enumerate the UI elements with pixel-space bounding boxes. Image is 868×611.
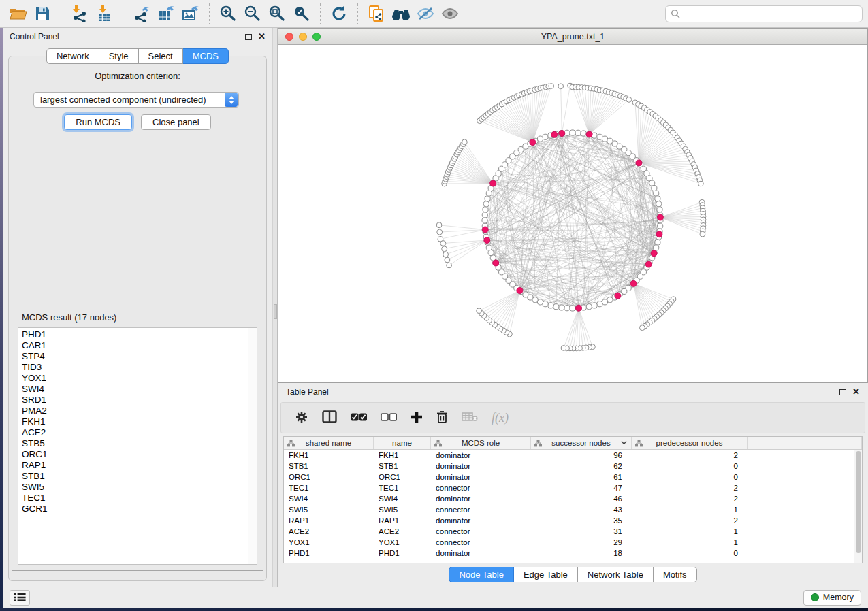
graph-node[interactable] — [654, 245, 659, 250]
clone-network-button[interactable] — [364, 2, 389, 25]
result-item[interactable]: STB5 — [22, 438, 248, 449]
float-table-panel-button[interactable] — [839, 389, 846, 395]
column-header-successor-nodes[interactable]: successor nodes — [531, 437, 632, 449]
result-item[interactable]: SWI5 — [22, 482, 248, 493]
graph-leaf-node[interactable] — [549, 84, 554, 89]
table-row[interactable]: FKH1FKH1dominator962 — [284, 450, 862, 461]
deselect-all-button[interactable] — [381, 413, 397, 423]
float-panel-button[interactable] — [245, 34, 252, 40]
graph-hub-node[interactable] — [651, 250, 657, 257]
tab-mcds[interactable]: MCDS — [183, 48, 229, 64]
graph-node[interactable] — [486, 191, 492, 196]
result-item[interactable]: PHD1 — [22, 329, 248, 340]
graph-hub-node[interactable] — [586, 131, 592, 137]
graph-node[interactable] — [482, 212, 487, 218]
graph-hub-node[interactable] — [657, 214, 663, 220]
graph-leaf-node[interactable] — [443, 252, 449, 257]
import-network-button[interactable] — [67, 2, 92, 25]
tab-select[interactable]: Select — [139, 48, 183, 64]
splitter-grip-icon[interactable] — [274, 304, 277, 319]
tab-node-table[interactable]: Node Table — [449, 567, 514, 582]
graph-hub-node[interactable] — [559, 131, 565, 137]
graph-node[interactable] — [592, 303, 597, 308]
graph-node[interactable] — [548, 303, 553, 308]
graph-node[interactable] — [570, 306, 575, 311]
result-item[interactable]: ORC1 — [22, 449, 248, 460]
graph-node[interactable] — [597, 301, 602, 307]
graph-hub-node[interactable] — [517, 288, 523, 294]
first-neighbors-button[interactable] — [389, 2, 413, 25]
tab-style[interactable]: Style — [99, 48, 139, 64]
table-row[interactable]: PHD1PHD1dominator180 — [284, 548, 862, 559]
graph-leaf-node[interactable] — [558, 84, 564, 89]
export-network-button[interactable] — [129, 2, 154, 25]
mcds-result-list[interactable]: PHD1CAR1STP4TID3YOX1SWI4SRD1PMA2FKH1ACE2… — [18, 327, 257, 565]
graph-node[interactable] — [570, 130, 575, 135]
add-column-button[interactable] — [411, 411, 423, 425]
export-table-button[interactable] — [154, 2, 178, 25]
tab-motifs[interactable]: Motifs — [654, 567, 697, 582]
graph-node[interactable] — [553, 304, 559, 310]
criterion-dropdown[interactable]: largest connected component (undirected) — [33, 92, 239, 108]
graph-hub-node[interactable] — [482, 227, 488, 233]
result-item[interactable]: GCR1 — [22, 503, 248, 514]
memory-button[interactable]: Memory — [803, 590, 861, 606]
graph-leaf-node[interactable] — [436, 222, 442, 228]
table-scrollbar[interactable] — [854, 450, 862, 563]
open-folder-button[interactable] — [5, 2, 30, 25]
graph-node[interactable] — [602, 299, 607, 305]
refresh-button[interactable] — [327, 2, 351, 25]
graph-node[interactable] — [657, 207, 662, 212]
result-item[interactable]: YOX1 — [22, 373, 248, 384]
result-item[interactable]: CAR1 — [22, 340, 248, 351]
export-image-button[interactable] — [178, 2, 203, 25]
graph-node[interactable] — [581, 131, 586, 136]
table-row[interactable]: YOX1YOX1connector291 — [284, 537, 862, 548]
graph-node[interactable] — [658, 223, 663, 229]
task-history-button[interactable] — [10, 590, 30, 606]
tab-edge-table[interactable]: Edge Table — [514, 567, 578, 582]
graph-hub-node[interactable] — [493, 260, 499, 266]
search-box[interactable] — [665, 5, 863, 22]
delete-column-button[interactable] — [436, 410, 448, 425]
table-scrollbar-thumb[interactable] — [856, 451, 861, 553]
run-mcds-button[interactable]: Run MCDS — [64, 114, 132, 130]
result-item[interactable]: TEC1 — [22, 493, 248, 503]
graph-node[interactable] — [656, 201, 662, 207]
toggle-panel-layout-button[interactable] — [322, 410, 337, 425]
close-panel-action-button[interactable]: Close panel — [141, 114, 211, 130]
graph-hub-node[interactable] — [636, 160, 642, 166]
graph-leaf-node[interactable] — [698, 181, 704, 186]
graph-hub-node[interactable] — [656, 231, 662, 237]
tab-network[interactable]: Network — [46, 48, 99, 64]
graph-node[interactable] — [575, 130, 581, 135]
graph-node[interactable] — [488, 250, 494, 255]
graph-hub-node[interactable] — [630, 280, 637, 286]
graph-leaf-node[interactable] — [445, 257, 450, 263]
graph-node[interactable] — [652, 185, 657, 191]
graph-leaf-node[interactable] — [561, 346, 566, 351]
graph-leaf-node[interactable] — [462, 139, 468, 145]
graph-node[interactable] — [559, 305, 564, 310]
graph-leaf-node[interactable] — [440, 241, 446, 246]
close-panel-button[interactable]: ✕ — [258, 33, 266, 40]
column-header-mcds-role[interactable]: MCDS role — [431, 437, 531, 449]
graph-node[interactable] — [655, 196, 660, 201]
graph-hub-node[interactable] — [615, 293, 621, 299]
result-item[interactable]: SRD1 — [22, 395, 248, 406]
table-row[interactable]: ACE2ACE2connector311 — [284, 526, 862, 537]
result-item[interactable]: TID3 — [22, 362, 248, 373]
graph-node[interactable] — [655, 240, 660, 245]
network-canvas[interactable] — [278, 45, 867, 382]
graph-hub-node[interactable] — [530, 139, 536, 146]
graph-node[interactable] — [654, 191, 659, 196]
graph-leaf-node[interactable] — [626, 97, 632, 103]
delete-table-button[interactable] — [462, 412, 478, 424]
table-row[interactable]: SWI4SWI4dominator462 — [284, 493, 862, 504]
graph-leaf-node[interactable] — [700, 231, 705, 237]
graph-node[interactable] — [543, 134, 548, 139]
result-item[interactable]: STB1 — [22, 471, 248, 482]
graph-node[interactable] — [586, 304, 592, 310]
graph-node[interactable] — [482, 218, 487, 223]
result-item[interactable]: STP4 — [22, 351, 248, 362]
